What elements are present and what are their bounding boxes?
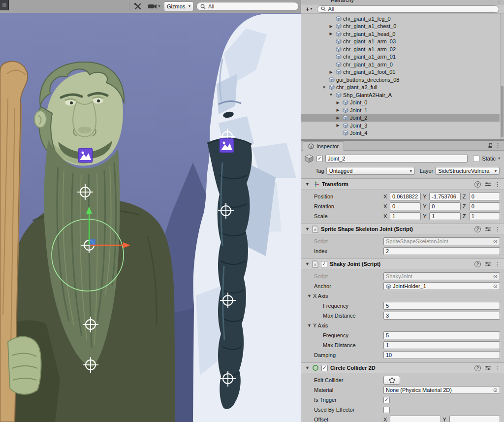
sprite-icon-gizmo[interactable] — [78, 148, 93, 162]
foldout-arrow[interactable]: ▼ — [305, 261, 310, 266]
x-frequency-field[interactable]: 5 — [383, 302, 500, 310]
hierarchy-item[interactable]: chr_giant_a1_leg_0 — [301, 15, 500, 23]
offset-y-field[interactable] — [449, 416, 501, 422]
foldout-arrow[interactable]: ▼ — [305, 227, 310, 231]
more-menu-icon[interactable]: ⋮ — [495, 365, 500, 371]
x-axis-foldout[interactable]: ▼ X Axis — [301, 291, 500, 301]
component-enabled-checkbox[interactable]: ✓ — [321, 365, 328, 371]
hierarchy-item[interactable]: chr_giant_a1_arm_02 — [301, 45, 500, 53]
y-axis-foldout[interactable]: ▼ Y Axis — [301, 321, 500, 330]
x-max-distance-field[interactable]: 3 — [383, 312, 500, 320]
hierarchy-item[interactable]: ▶ chr_giant_a1_foot_01 — [301, 68, 500, 76]
hierarchy-item[interactable]: ▶ Joint_0 — [301, 99, 500, 107]
more-menu-icon[interactable]: ⋮ — [495, 181, 500, 188]
hierarchy-item[interactable]: chr_giant_a1_arm_01 — [301, 53, 500, 61]
rotation-z-field[interactable]: 0 — [469, 202, 500, 210]
expand-arrow[interactable]: ▶ — [328, 70, 334, 74]
material-object-field[interactable]: None (Physics Material 2D) ⊙ — [383, 386, 500, 394]
index-field[interactable]: 2 — [383, 247, 500, 255]
presets-icon[interactable] — [485, 261, 491, 266]
gizmos-dropdown[interactable]: Gizmos ▾ — [164, 1, 193, 11]
scale-z-field[interactable]: 1 — [469, 212, 500, 220]
help-icon[interactable]: ? — [474, 365, 481, 371]
is-trigger-checkbox[interactable]: ✓ — [383, 397, 390, 403]
edit-collider-button[interactable] — [383, 376, 400, 385]
expand-arrow[interactable]: ▶ — [335, 123, 341, 128]
expand-arrow[interactable]: ▶ — [328, 24, 334, 29]
component-header-transform[interactable]: ▼ Transform ? ⋮ — [301, 179, 504, 190]
foldout-arrow[interactable]: ▼ — [305, 182, 310, 187]
foldout-arrow[interactable]: ▼ — [305, 365, 310, 370]
presets-icon[interactable] — [485, 227, 491, 231]
scale-x-field[interactable]: 1 — [390, 212, 421, 220]
sprite-icon-gizmo[interactable] — [220, 138, 234, 153]
more-menu-icon[interactable]: ⋮ — [495, 261, 500, 267]
inspector-menu-icon[interactable]: ⋮ — [495, 142, 501, 149]
expand-arrow[interactable]: ▶ — [335, 108, 341, 112]
help-icon[interactable]: ? — [474, 181, 481, 188]
expand-arrow[interactable]: ▼ — [321, 85, 327, 90]
scene-viewport[interactable] — [0, 0, 301, 422]
hierarchy-item[interactable]: chr_giant_a1_arm_03 — [301, 38, 500, 46]
tag-dropdown[interactable]: Untagged ▾ — [326, 167, 415, 175]
hierarchy-item[interactable]: ▶ Joint_2 — [301, 114, 500, 122]
component-header-shaky-joint[interactable]: ▼ # ✓ Shaky Joint (Script) ? ⋮ — [301, 259, 504, 269]
help-icon[interactable]: ? — [474, 226, 481, 232]
object-picker-icon[interactable]: ⊙ — [493, 274, 498, 279]
expand-arrow[interactable]: ▶ — [328, 32, 334, 36]
object-picker-icon[interactable]: ⊙ — [493, 388, 498, 393]
hierarchy-item[interactable]: ▼ Shp_GiantA2Hair_A — [301, 91, 500, 99]
hierarchy-item[interactable]: ▶ chr_giant_a1_head_0 — [301, 30, 500, 38]
presets-icon[interactable] — [485, 182, 491, 187]
create-object-button[interactable]: + ▾ — [304, 5, 314, 13]
y-max-distance-field[interactable]: 1 — [383, 341, 500, 349]
gameobject-name-field[interactable]: Joint_2 — [325, 155, 468, 162]
component-enabled-checkbox[interactable]: ✓ — [321, 261, 327, 267]
gameobject-cube-icon[interactable] — [304, 154, 314, 163]
more-menu-icon[interactable]: ⋮ — [495, 226, 500, 232]
help-icon[interactable]: ? — [474, 261, 481, 267]
foldout-arrow[interactable]: ▼ — [307, 323, 313, 328]
presets-icon[interactable] — [485, 365, 491, 370]
position-x-field[interactable]: 0.0618822 — [390, 193, 421, 200]
used-by-effector-checkbox[interactable] — [383, 407, 390, 413]
anchor-object-field[interactable]: JointHolder_1 ⊙ — [383, 282, 500, 290]
object-picker-icon[interactable]: ⊙ — [493, 239, 498, 244]
layer-dropdown[interactable]: SideStructureVulnera ▾ — [435, 167, 500, 175]
hierarchy-item[interactable]: Joint_4 — [301, 130, 500, 137]
hierarchy-tab[interactable]: Hierarchy ⋮ — [301, 0, 504, 4]
scale-y-field[interactable]: 1 — [429, 212, 460, 220]
hierarchy-scrollbar[interactable] — [500, 14, 504, 139]
foldout-arrow[interactable]: ▼ — [307, 293, 313, 298]
hierarchy-item[interactable]: chr_giant_a1_arm_0 — [301, 61, 500, 68]
inspector-tab[interactable]: Inspector — [303, 141, 344, 151]
object-picker-icon[interactable]: ⊙ — [493, 284, 498, 289]
expand-arrow[interactable]: ▶ — [335, 100, 341, 105]
expand-arrow[interactable]: ▼ — [328, 93, 334, 97]
damping-field[interactable]: 10 — [383, 351, 500, 359]
rotation-y-field[interactable]: 0 — [429, 202, 460, 210]
script-object-field[interactable]: SpriteShapeSkeletonJoint ⊙ — [383, 237, 500, 245]
hierarchy-tab-label[interactable]: Hierarchy — [331, 0, 354, 3]
lock-icon[interactable] — [488, 143, 493, 149]
hierarchy-item[interactable]: gui_buttons_directions_08 — [301, 76, 500, 84]
scene-tools-button[interactable] — [131, 1, 144, 11]
hierarchy-menu-icon[interactable]: ⋮ — [497, 0, 502, 4]
component-header-sprite-shape-skeleton-joint[interactable]: ▼ # Sprite Shape Skeleton Joint (Script)… — [301, 224, 504, 234]
scene-search-field[interactable]: All — [196, 2, 299, 11]
script-object-field[interactable]: ShakyJoint ⊙ — [383, 272, 500, 280]
offset-x-field[interactable] — [390, 416, 441, 422]
component-header-circle-collider-2d[interactable]: ▼ ✓ Circle Collider 2D ? ⋮ — [301, 362, 504, 373]
hierarchy-search-field[interactable]: All — [317, 5, 499, 13]
static-checkbox[interactable] — [473, 156, 479, 162]
expand-arrow[interactable]: ▶ — [335, 116, 341, 120]
scrollbar-thumb[interactable] — [501, 86, 504, 137]
position-y-field[interactable]: -1.753706 — [429, 193, 460, 200]
rotation-x-field[interactable]: 0 — [390, 202, 421, 210]
hierarchy-item[interactable]: ▼ chr_giant_a2_full — [301, 84, 500, 92]
window-corner-icon[interactable] — [0, 0, 9, 10]
y-frequency-field[interactable]: 5 — [383, 331, 500, 339]
position-z-field[interactable]: 0 — [469, 193, 500, 200]
static-dropdown-icon[interactable]: ▾ — [498, 157, 500, 161]
hierarchy-item[interactable]: ▶ Joint_3 — [301, 122, 500, 130]
